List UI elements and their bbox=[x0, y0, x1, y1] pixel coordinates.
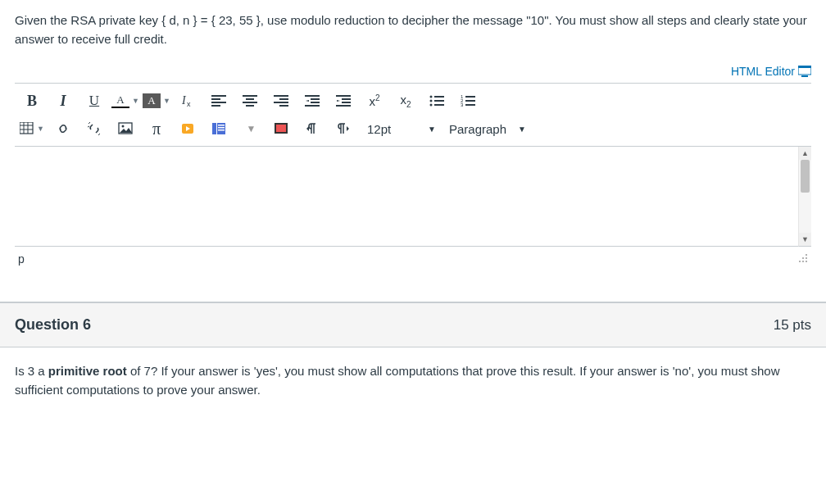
svg-rect-2 bbox=[801, 75, 808, 77]
scroll-up-icon[interactable]: ▲ bbox=[799, 147, 811, 160]
svg-line-42 bbox=[88, 122, 90, 124]
html-editor-icon bbox=[798, 66, 811, 77]
italic-button[interactable]: I bbox=[48, 89, 79, 113]
svg-point-58 bbox=[799, 261, 801, 262]
ltr-button[interactable] bbox=[297, 116, 328, 141]
chevron-down-icon: ▼ bbox=[428, 125, 436, 134]
resize-icon bbox=[796, 252, 808, 263]
svg-rect-51 bbox=[218, 127, 225, 129]
clear-formatting-button[interactable]: Ix bbox=[172, 89, 203, 113]
question-6-points: 15 pts bbox=[774, 317, 811, 334]
indent-button[interactable] bbox=[328, 89, 359, 113]
image-icon bbox=[118, 122, 133, 135]
table-button[interactable]: ▼ bbox=[16, 116, 48, 141]
font-size-select[interactable]: 12pt ▼ bbox=[359, 116, 441, 141]
resize-handle[interactable] bbox=[796, 252, 808, 266]
question-6-header: Question 6 15 pts bbox=[0, 302, 826, 347]
insert-media-button[interactable]: ▼ bbox=[234, 116, 266, 141]
underline-button[interactable]: U bbox=[79, 89, 110, 113]
outdent-button[interactable] bbox=[297, 89, 328, 113]
superscript-button[interactable]: x2 bbox=[359, 89, 390, 113]
svg-line-44 bbox=[88, 126, 89, 127]
svg-point-60 bbox=[806, 261, 807, 262]
block-format-value: Paragraph bbox=[449, 122, 506, 136]
bullet-list-icon bbox=[429, 94, 444, 107]
svg-rect-1 bbox=[798, 66, 811, 68]
text-color-button[interactable]: A▼ bbox=[110, 89, 141, 113]
svg-rect-16 bbox=[279, 105, 288, 107]
link-icon bbox=[56, 122, 70, 135]
align-left-button[interactable] bbox=[203, 89, 234, 113]
svg-point-56 bbox=[802, 257, 804, 259]
scroll-down-icon[interactable]: ▼ bbox=[799, 233, 811, 246]
svg-rect-15 bbox=[274, 102, 288, 103]
svg-rect-18 bbox=[311, 98, 320, 100]
html-editor-label: HTML Editor bbox=[731, 65, 795, 78]
link-button[interactable] bbox=[48, 116, 79, 141]
equation-button[interactable]: π bbox=[141, 116, 172, 141]
number-list-icon: 123 bbox=[461, 94, 475, 107]
svg-rect-5 bbox=[211, 95, 226, 97]
editor-path: p bbox=[18, 252, 25, 266]
block-format-select[interactable]: Paragraph ▼ bbox=[441, 116, 531, 141]
align-right-button[interactable] bbox=[266, 89, 297, 113]
svg-rect-10 bbox=[246, 98, 254, 100]
outdent-icon bbox=[305, 94, 320, 107]
scrollbar[interactable]: ▲ ▼ bbox=[798, 147, 811, 247]
svg-text:I: I bbox=[181, 94, 187, 107]
svg-rect-7 bbox=[211, 102, 226, 103]
fullscreen-icon bbox=[274, 122, 288, 135]
svg-text:x: x bbox=[187, 100, 191, 108]
svg-rect-34 bbox=[465, 100, 475, 102]
align-center-button[interactable] bbox=[234, 89, 266, 113]
svg-rect-20 bbox=[305, 105, 320, 107]
align-left-icon bbox=[211, 94, 226, 107]
chevron-down-icon: ▼ bbox=[37, 125, 44, 133]
unlink-button[interactable] bbox=[79, 116, 110, 141]
fullscreen-button[interactable] bbox=[266, 116, 297, 141]
svg-point-46 bbox=[122, 125, 125, 128]
editor-toolbar: B I U A▼ A▼ Ix x2 x2 123 bbox=[15, 83, 811, 147]
svg-line-43 bbox=[98, 134, 100, 135]
unlink-icon bbox=[87, 122, 102, 135]
bg-color-button[interactable]: A▼ bbox=[141, 89, 172, 113]
image-button[interactable] bbox=[110, 116, 141, 141]
svg-rect-37 bbox=[20, 122, 33, 134]
svg-rect-26 bbox=[434, 96, 444, 98]
svg-rect-50 bbox=[218, 125, 225, 126]
embed-button[interactable] bbox=[203, 116, 234, 141]
svg-rect-9 bbox=[243, 95, 257, 97]
align-center-icon bbox=[243, 94, 257, 107]
kaltura-button[interactable] bbox=[172, 116, 203, 141]
svg-rect-8 bbox=[211, 105, 220, 107]
svg-rect-48 bbox=[212, 123, 216, 134]
bold-button[interactable]: B bbox=[16, 89, 48, 113]
svg-rect-21 bbox=[336, 95, 351, 97]
svg-rect-13 bbox=[274, 95, 288, 97]
svg-point-27 bbox=[430, 100, 433, 102]
number-list-button[interactable]: 123 bbox=[452, 89, 483, 113]
align-right-icon bbox=[274, 94, 288, 107]
rtl-button[interactable] bbox=[328, 116, 359, 141]
question-6-title: Question 6 bbox=[15, 316, 91, 334]
svg-point-55 bbox=[806, 254, 807, 256]
html-editor-link[interactable]: HTML Editor bbox=[731, 65, 811, 78]
scroll-thumb[interactable] bbox=[801, 160, 810, 193]
svg-text:3: 3 bbox=[461, 102, 464, 107]
clear-format-icon: Ix bbox=[180, 93, 195, 108]
svg-rect-14 bbox=[279, 98, 288, 100]
subscript-button[interactable]: x2 bbox=[390, 89, 421, 113]
svg-rect-28 bbox=[434, 100, 444, 102]
ltr-icon bbox=[305, 122, 320, 135]
svg-rect-11 bbox=[243, 102, 257, 103]
embed-icon bbox=[211, 122, 226, 135]
svg-point-59 bbox=[802, 261, 804, 262]
svg-rect-36 bbox=[465, 104, 475, 106]
bullet-list-button[interactable] bbox=[421, 89, 452, 113]
answer-textarea[interactable] bbox=[15, 147, 798, 247]
svg-rect-19 bbox=[311, 102, 320, 103]
svg-rect-54 bbox=[276, 125, 286, 132]
indent-icon bbox=[336, 94, 351, 107]
svg-point-25 bbox=[430, 96, 433, 98]
svg-rect-17 bbox=[305, 95, 320, 97]
